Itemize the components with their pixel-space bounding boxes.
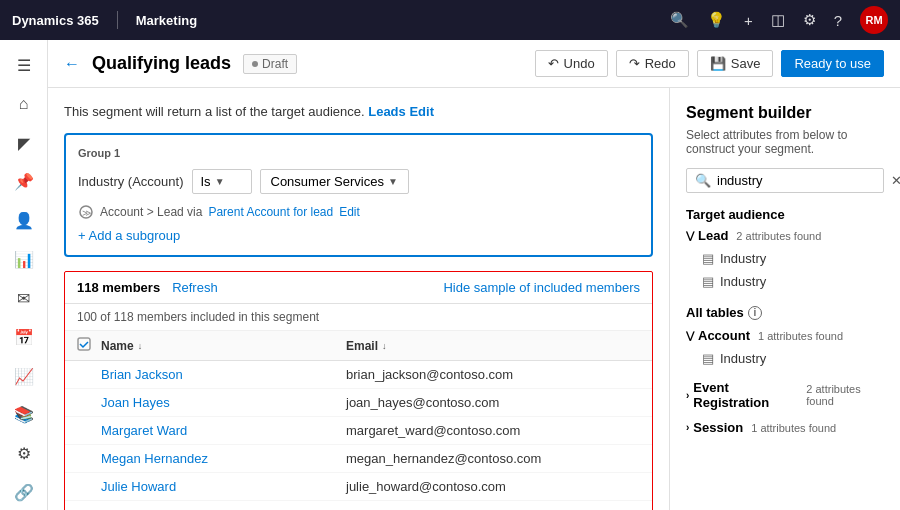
panel-desc: Select attributes from below to construc… — [686, 128, 884, 156]
ready-to-use-button[interactable]: Ready to use — [781, 50, 884, 77]
command-bar: ← Qualifying leads Draft ↶ Undo ↷ Redo 💾… — [48, 40, 900, 88]
lightbulb-icon[interactable]: 💡 — [707, 11, 726, 29]
members-section: 118 members Refresh Hide sample of inclu… — [64, 271, 653, 510]
attribute-search-box[interactable]: 🔍 ✕ — [686, 168, 884, 193]
filter-value-dropdown[interactable]: Consumer Services ▼ — [260, 169, 409, 194]
sidebar-item-home[interactable]: ⌂ — [4, 87, 44, 122]
add-subgroup-label: + Add a subgroup — [78, 228, 180, 243]
command-bar-right: ↶ Undo ↷ Redo 💾 Save Ready to use — [535, 50, 884, 77]
filter-row: Industry (Account) Is ▼ Consumer Service… — [78, 169, 639, 194]
table-icon-3: ▤ — [702, 351, 714, 366]
sidebar-item-integrations[interactable]: 🔗 — [4, 475, 44, 510]
draft-dot — [252, 61, 258, 67]
desc-edit-link[interactable]: Edit — [409, 104, 434, 119]
table-header: Name ↓ Email ↓ — [65, 331, 652, 361]
table-rows: Brian Jackson brian_jackson@contoso.com … — [65, 361, 652, 510]
account-industry-attr[interactable]: ▤ Industry — [686, 347, 884, 370]
chevron-right-session: › — [686, 422, 689, 433]
row-name-3[interactable]: Megan Hernandez — [101, 451, 346, 466]
lead-industry-label-2: Industry — [720, 274, 766, 289]
event-reg-label: Event Registration — [693, 380, 798, 410]
top-nav-icons: 🔍 💡 + ◫ ⚙ ? RM — [670, 6, 888, 34]
filter-operator-dropdown[interactable]: Is ▼ — [192, 169, 252, 194]
event-reg-group-header[interactable]: › Event Registration 2 attributes found — [686, 380, 884, 410]
lead-industry-attr-1[interactable]: ▤ Industry — [686, 247, 884, 270]
add-subgroup-button[interactable]: + Add a subgroup — [78, 228, 639, 243]
all-tables-label: All tables i — [686, 305, 884, 320]
path-link[interactable]: Parent Account for lead — [208, 205, 333, 219]
sidebar-item-events[interactable]: 📅 — [4, 320, 44, 355]
clear-search-icon[interactable]: ✕ — [891, 173, 900, 188]
sort-email-icon: ↓ — [382, 341, 387, 351]
refresh-button[interactable]: Refresh — [172, 280, 218, 295]
segment-description: This segment will return a list of the t… — [64, 104, 653, 119]
help-icon[interactable]: ? — [834, 12, 842, 29]
undo-button[interactable]: ↶ Undo — [535, 50, 608, 77]
filter-val-text: Consumer Services — [271, 174, 384, 189]
sidebar-item-pin[interactable]: 📌 — [4, 164, 44, 199]
row-name-2[interactable]: Margaret Ward — [101, 423, 346, 438]
sidebar-item-reports[interactable]: 📈 — [4, 359, 44, 394]
main-layout: ☰ ⌂ ◤ 📌 👤 📊 ✉ 📅 📈 📚 ⚙ 🔗 ← Qualifying lea… — [0, 40, 900, 510]
avatar[interactable]: RM — [860, 6, 888, 34]
table-row: Adam Russell adam_russell@contoso.com — [65, 501, 652, 510]
draft-badge: Draft — [243, 54, 297, 74]
ready-label: Ready to use — [794, 56, 871, 71]
search-icon[interactable]: 🔍 — [670, 11, 689, 29]
row-email-4: julie_howard@contoso.com — [346, 479, 640, 494]
attribute-search-input[interactable] — [717, 173, 885, 188]
lead-group-count: 2 attributes found — [736, 230, 821, 242]
redo-button[interactable]: ↷ Redo — [616, 50, 689, 77]
plus-icon[interactable]: + — [744, 12, 753, 29]
group-box: Group 1 Industry (Account) Is ▼ Consumer… — [64, 133, 653, 257]
page-title: Qualifying leads — [92, 53, 231, 74]
svg-rect-2 — [78, 338, 90, 350]
draft-label: Draft — [262, 57, 288, 71]
sidebar-item-menu[interactable]: ☰ — [4, 48, 44, 83]
sidebar-item-contacts[interactable]: 👤 — [4, 203, 44, 238]
chevron-down-account: ⋁ — [686, 330, 694, 341]
filter-icon[interactable]: ◫ — [771, 11, 785, 29]
path-row: ≫ Account > Lead via Parent Account for … — [78, 204, 639, 220]
table-icon-2: ▤ — [702, 274, 714, 289]
col-name-header[interactable]: Name ↓ — [101, 339, 346, 353]
undo-icon: ↶ — [548, 56, 559, 71]
lead-industry-label-1: Industry — [720, 251, 766, 266]
sidebar-item-email[interactable]: ✉ — [4, 281, 44, 316]
table-row: Megan Hernandez megan_hernandez@contoso.… — [65, 445, 652, 473]
path-edit[interactable]: Edit — [339, 205, 360, 219]
table-row: Brian Jackson brian_jackson@contoso.com — [65, 361, 652, 389]
sidebar-item-marketing[interactable]: 📊 — [4, 242, 44, 277]
hide-members-button[interactable]: Hide sample of included members — [443, 280, 640, 295]
settings-icon[interactable]: ⚙ — [803, 11, 816, 29]
session-label: Session — [693, 420, 743, 435]
info-icon[interactable]: i — [748, 306, 762, 320]
desc-prefix: This segment will return a list of the t… — [64, 104, 365, 119]
brand-name: Dynamics 365 — [12, 13, 99, 28]
row-name-0[interactable]: Brian Jackson — [101, 367, 346, 382]
panel-title: Segment builder — [686, 104, 884, 122]
top-navigation: Dynamics 365 Marketing 🔍 💡 + ◫ ⚙ ? RM — [0, 0, 900, 40]
row-name-4[interactable]: Julie Howard — [101, 479, 346, 494]
brand: Dynamics 365 Marketing — [12, 11, 197, 29]
account-group-label: Account — [698, 328, 750, 343]
session-group-header[interactable]: › Session 1 attributes found — [686, 420, 884, 435]
lead-group-label: Lead — [698, 228, 728, 243]
sidebar-item-settings[interactable]: ⚙ — [4, 436, 44, 471]
lead-industry-attr-2[interactable]: ▤ Industry — [686, 270, 884, 293]
row-name-1[interactable]: Joan Hayes — [101, 395, 346, 410]
lead-group-header[interactable]: ⋁ Lead 2 attributes found — [686, 228, 884, 243]
account-group-header[interactable]: ⋁ Account 1 attributes found — [686, 328, 884, 343]
content-area: ← Qualifying leads Draft ↶ Undo ↷ Redo 💾… — [48, 40, 900, 510]
back-button[interactable]: ← — [64, 55, 80, 73]
page-content: This segment will return a list of the t… — [48, 88, 900, 510]
row-email-2: margaret_ward@contoso.com — [346, 423, 640, 438]
desc-leads-link[interactable]: Leads — [368, 104, 406, 119]
sidebar-item-recent[interactable]: ◤ — [4, 126, 44, 161]
chevron-down-icon: ▼ — [215, 176, 225, 187]
save-label: Save — [731, 56, 761, 71]
col-email-header[interactable]: Email ↓ — [346, 339, 640, 353]
save-button[interactable]: 💾 Save — [697, 50, 774, 77]
target-audience-label: Target audience — [686, 207, 884, 222]
sidebar-item-library[interactable]: 📚 — [4, 397, 44, 432]
